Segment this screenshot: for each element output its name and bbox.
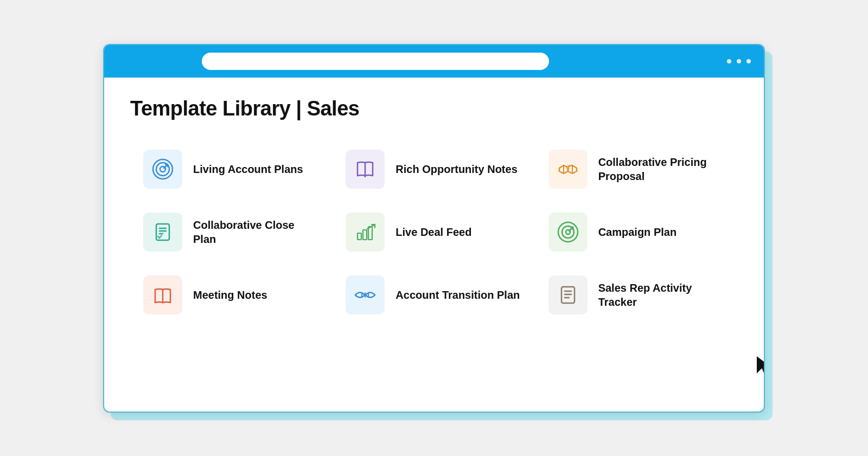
collaborative-pricing-proposal-label: Collaborative Pricing Proposal bbox=[598, 155, 725, 183]
meeting-notes-label: Meeting Notes bbox=[193, 288, 267, 302]
target2-icon bbox=[556, 220, 580, 244]
browser-container: Template Library | Sales bbox=[103, 44, 765, 413]
rich-opportunity-notes-label: Rich Opportunity Notes bbox=[395, 162, 517, 176]
chrome-dot-1 bbox=[727, 59, 731, 63]
browser-chrome bbox=[104, 45, 764, 78]
collaborative-close-plan-icon-box bbox=[143, 213, 182, 252]
svg-rect-10 bbox=[358, 233, 361, 240]
open-book-icon bbox=[151, 283, 175, 307]
template-item-collaborative-pricing-proposal[interactable]: Collaborative Pricing Proposal bbox=[535, 138, 738, 201]
handshake2-icon bbox=[353, 283, 377, 307]
page-title: Template Library | Sales bbox=[130, 97, 738, 120]
svg-line-16 bbox=[569, 228, 572, 231]
template-item-living-account-plans[interactable]: Living Account Plans bbox=[130, 138, 333, 201]
template-item-collaborative-close-plan[interactable]: Collaborative Close Plan bbox=[130, 201, 333, 264]
svg-rect-12 bbox=[368, 227, 372, 240]
template-item-sales-rep-activity-tracker[interactable]: Sales Rep Activity Tracker bbox=[535, 264, 738, 326]
template-grid: Living Account Plans Rich Opportunity No… bbox=[130, 138, 738, 326]
mouse-cursor bbox=[754, 353, 765, 379]
svg-rect-4 bbox=[156, 224, 169, 240]
svg-line-9 bbox=[159, 235, 162, 238]
list-doc-icon bbox=[556, 283, 580, 307]
campaign-plan-label: Campaign Plan bbox=[598, 225, 676, 239]
svg-rect-11 bbox=[363, 230, 367, 240]
sales-rep-activity-tracker-icon-box bbox=[548, 275, 588, 314]
chart-arrow-icon bbox=[353, 220, 377, 244]
target-icon bbox=[151, 157, 175, 181]
account-transition-plan-label: Account Transition Plan bbox=[395, 288, 520, 302]
svg-point-13 bbox=[558, 222, 578, 242]
book-icon bbox=[353, 157, 377, 181]
rich-opportunity-notes-icon-box bbox=[346, 150, 385, 189]
content-area: Template Library | Sales bbox=[104, 78, 764, 346]
template-item-live-deal-feed[interactable]: Live Deal Feed bbox=[333, 201, 535, 264]
doc-lines-icon bbox=[151, 220, 175, 244]
template-item-campaign-plan[interactable]: Campaign Plan bbox=[535, 201, 738, 264]
chrome-dots bbox=[727, 59, 751, 63]
meeting-notes-icon-box bbox=[143, 275, 182, 314]
address-bar[interactable] bbox=[202, 53, 549, 70]
template-item-meeting-notes[interactable]: Meeting Notes bbox=[130, 264, 333, 326]
template-item-account-transition-plan[interactable]: Account Transition Plan bbox=[333, 264, 535, 326]
living-account-plans-icon-box bbox=[143, 150, 182, 189]
handshake-icon bbox=[556, 157, 580, 181]
living-account-plans-label: Living Account Plans bbox=[193, 162, 303, 176]
browser-window: Template Library | Sales bbox=[103, 44, 765, 413]
chrome-dot-2 bbox=[737, 59, 741, 63]
live-deal-feed-icon-box bbox=[346, 213, 385, 252]
collaborative-pricing-proposal-icon-box bbox=[548, 150, 588, 189]
chrome-dot-3 bbox=[746, 59, 751, 63]
live-deal-feed-label: Live Deal Feed bbox=[395, 225, 471, 239]
collaborative-close-plan-label: Collaborative Close Plan bbox=[193, 218, 320, 246]
sales-rep-activity-tracker-label: Sales Rep Activity Tracker bbox=[598, 281, 725, 309]
account-transition-plan-icon-box bbox=[346, 275, 385, 314]
campaign-plan-icon-box bbox=[548, 213, 588, 252]
template-item-rich-opportunity-notes[interactable]: Rich Opportunity Notes bbox=[333, 138, 535, 201]
